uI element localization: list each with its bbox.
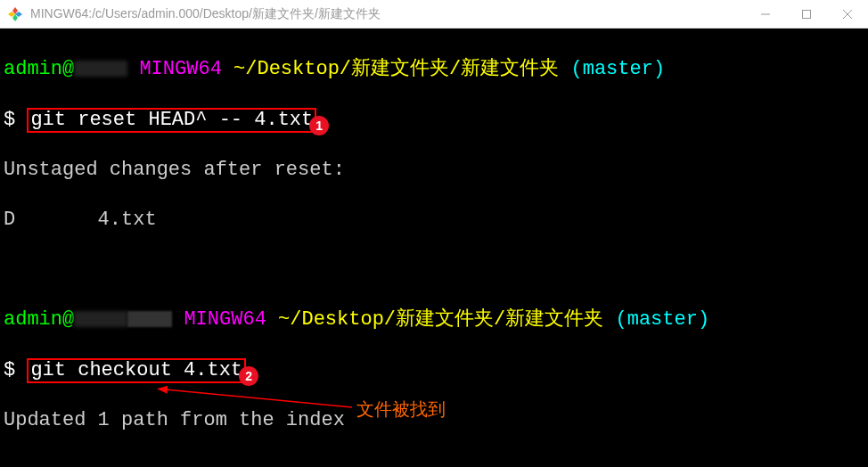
close-button[interactable]: [827, 0, 868, 29]
blank-line: [4, 458, 864, 467]
terminal[interactable]: admin@ MINGW64 ~/Desktop/新建文件夹/新建文件夹 (ma…: [0, 29, 868, 467]
output-line: D 4.txt: [4, 208, 864, 233]
prompt-path: ~/Desktop/新建文件夹/新建文件夹: [233, 58, 559, 80]
maximize-button[interactable]: [786, 0, 827, 29]
output-line: Unstaged changes after reset:: [4, 158, 864, 183]
prompt-branch: (master): [570, 58, 665, 80]
window-title: MINGW64:/c/Users/admin.000/Desktop/新建文件夹…: [30, 6, 745, 22]
prompt-line: admin@ MINGW64 ~/Desktop/新建文件夹/新建文件夹 (ma…: [4, 307, 864, 332]
command-2: git checkout 4.txt: [30, 359, 242, 381]
prompt-user: admin@: [4, 58, 74, 80]
app-icon: [7, 6, 23, 22]
command-2-box: git checkout 4.txt: [27, 358, 246, 383]
prompt-line: admin@ MINGW64 ~/Desktop/新建文件夹/新建文件夹 (ma…: [4, 57, 864, 82]
cmd-line: $ git reset HEAD^ -- 4.txt1: [4, 107, 864, 133]
prompt-env: MINGW64: [184, 308, 266, 331]
prompt-user: admin@: [4, 308, 74, 331]
titlebar: MINGW64:/c/Users/admin.000/Desktop/新建文件夹…: [0, 0, 868, 29]
svg-rect-5: [803, 11, 811, 19]
prompt-path: ~/Desktop/新建文件夹/新建文件夹: [278, 308, 603, 331]
prompt-host-obscured: [127, 311, 172, 327]
annotation-text: 文件被找到: [356, 397, 446, 422]
window-controls: [745, 0, 868, 28]
cmd-line: $ git checkout 4.txt2: [4, 357, 864, 383]
prompt-dollar: $: [4, 359, 15, 381]
badge-2: 2: [239, 366, 258, 386]
minimize-button[interactable]: [745, 0, 786, 29]
prompt-host-obscured: [74, 61, 127, 77]
svg-line-8: [165, 389, 352, 407]
command-1: git reset HEAD^ -- 4.txt: [30, 109, 313, 131]
command-1-box: git reset HEAD^ -- 4.txt: [27, 108, 316, 133]
prompt-dollar: $: [4, 109, 15, 131]
prompt-env: MINGW64: [139, 58, 221, 80]
badge-1: 1: [309, 116, 329, 135]
blank-line: [4, 258, 864, 283]
prompt-host-obscured: [74, 311, 127, 327]
prompt-branch: (master): [615, 308, 709, 331]
